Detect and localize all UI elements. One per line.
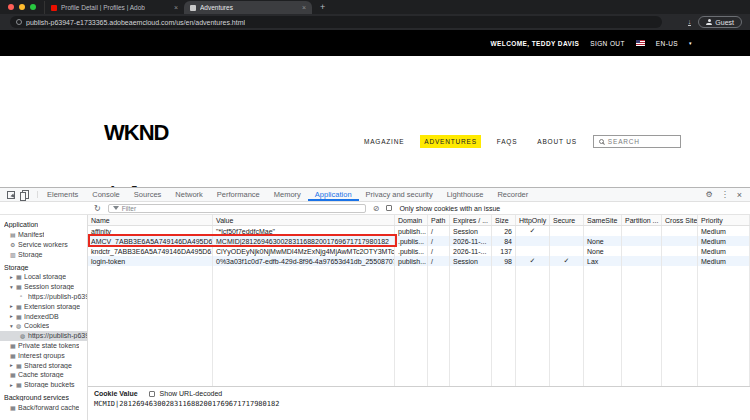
issue-filter-checkbox[interactable] xyxy=(386,205,392,211)
tab-close-icon[interactable]: × xyxy=(174,4,178,11)
nav-magazine[interactable]: MAGAZINE xyxy=(360,135,408,148)
cookie-filter-input[interactable]: Filter xyxy=(108,204,366,213)
cookie-value-cell[interactable]: CiYyODEyNjk0NjMwMDI4MzExNjg4MjAwMTc2OTY3… xyxy=(213,246,395,256)
column-name[interactable]: Name xyxy=(88,215,213,225)
window-close-button[interactable] xyxy=(8,4,14,10)
browser-tab-adventures[interactable]: Adventures × xyxy=(184,1,312,14)
cookie-size-cell: 137 xyxy=(492,246,516,256)
column-samesite[interactable]: SameSite xyxy=(584,215,622,225)
filter-icon xyxy=(113,206,119,210)
cookie-partition-cell xyxy=(622,256,662,266)
cookie-size-cell: 26 xyxy=(492,226,516,236)
cookies-toolbar: ↻ Filter ⊘ Only show cookies with an iss… xyxy=(0,202,750,215)
search-input[interactable]: SEARCH xyxy=(593,135,681,148)
url-decoded-label: Show URL-decoded xyxy=(160,390,223,397)
refresh-icon[interactable]: ↻ xyxy=(94,204,101,213)
cookie-name-cell[interactable]: login-token xyxy=(88,256,213,266)
url-decoded-checkbox[interactable] xyxy=(149,391,155,397)
origin-icon: ▫ xyxy=(20,293,28,299)
sidebar-section-application[interactable]: Application xyxy=(0,220,87,230)
clear-all-cookies-icon[interactable]: ⊘ xyxy=(373,204,380,213)
sidebar-section-storage[interactable]: Storage xyxy=(0,262,87,272)
cookie-samesite-cell: None xyxy=(584,236,622,246)
cookie-crosssite-cell xyxy=(662,226,698,236)
new-tab-button[interactable]: + xyxy=(320,2,325,12)
more-options-icon[interactable]: ⋮ xyxy=(721,190,729,199)
profile-button[interactable]: Guest xyxy=(698,16,742,28)
sidebar-item-session-storage[interactable]: ▾▦Session storage xyxy=(0,282,87,292)
sidebar-item-indexeddb[interactable]: ▸▦IndexedDB xyxy=(0,311,87,321)
browser-tab-profile-detail[interactable]: Profile Detail | Profiles | Adob × xyxy=(44,1,184,14)
cookies-table: Name Value Domain Path Expires / ... Siz… xyxy=(88,215,750,420)
cookie-secure-cell xyxy=(550,226,584,236)
sign-out-link[interactable]: SIGN OUT xyxy=(590,40,625,47)
cookie-size-cell: 84 xyxy=(492,236,516,246)
devtools-tab-memory[interactable]: Memory xyxy=(267,188,308,201)
locale-selector[interactable]: EN-US xyxy=(656,40,678,47)
sidebar-item-shared-storage[interactable]: ▸▦Shared storage xyxy=(0,360,87,370)
column-size[interactable]: Size xyxy=(492,215,516,225)
site-info-icon[interactable] xyxy=(16,19,22,25)
sidebar-item-cookies[interactable]: ▾◍Cookies xyxy=(0,321,87,331)
cookie-crosssite-cell xyxy=(662,236,698,246)
cookie-partition-cell xyxy=(622,226,662,236)
nav-faqs[interactable]: FAQS xyxy=(493,135,522,148)
devtools-tab-lighthouse[interactable]: Lighthouse xyxy=(440,188,491,201)
url-input[interactable]: publish-p63947-e1733365.adobeaemcloud.co… xyxy=(10,16,662,28)
inspect-element-icon[interactable] xyxy=(7,191,15,199)
cookie-secure-cell xyxy=(550,236,584,246)
caret-down-icon[interactable]: ▾ xyxy=(689,40,692,46)
sidebar-item-back-forward-cache[interactable]: ▦Back/forward cache xyxy=(0,402,87,412)
nav-about-us[interactable]: ABOUT US xyxy=(533,135,581,148)
column-domain[interactable]: Domain xyxy=(395,215,428,225)
sidebar-item-storage[interactable]: ▥Storage xyxy=(0,249,87,259)
devtools-tab-network[interactable]: Network xyxy=(168,188,210,201)
device-toolbar-icon[interactable] xyxy=(22,190,29,199)
devtools-tab-recorder[interactable]: Recorder xyxy=(490,188,535,201)
cookie-path-cell: / xyxy=(428,246,450,256)
column-value[interactable]: Value xyxy=(213,215,395,225)
cookie-row-login-token[interactable]: login-token 0%3a03f1c0d7-edfb-429d-8f96-… xyxy=(88,256,750,266)
close-devtools-icon[interactable]: × xyxy=(737,190,742,200)
column-path[interactable]: Path xyxy=(428,215,450,225)
sidebar-item-local-storage[interactable]: ▸▦Local storage xyxy=(0,272,87,282)
sidebar-item-interest-groups[interactable]: ▦Interest groups xyxy=(0,350,87,360)
browser-address-bar: publish-p63947-e1733365.adobeaemcloud.co… xyxy=(0,14,750,30)
sidebar-item-cookies-origin[interactable]: ◍https://publish-p639... xyxy=(0,331,87,341)
devtools-tab-application[interactable]: Application xyxy=(308,188,359,201)
cookie-row-kndctr[interactable]: kndctr_7ABB3E6A5A749146DA495D61_Ad... Ci… xyxy=(88,246,750,256)
cookie-size-cell: 98 xyxy=(492,256,516,266)
sidebar-item-extension-storage[interactable]: ▸▦Extension storage xyxy=(0,301,87,311)
devtools-tab-elements[interactable]: Elements xyxy=(40,188,85,201)
column-expires[interactable]: Expires / ... xyxy=(450,215,492,225)
devtools-tab-privacy-and-security[interactable]: Privacy and security xyxy=(359,188,440,201)
settings-gear-icon[interactable]: ⚙ xyxy=(706,190,713,199)
download-icon[interactable]: ↓ xyxy=(688,18,692,26)
sidebar-item-service-workers[interactable]: ⚙Service workers xyxy=(0,240,87,250)
sidebar-item-storage-buckets[interactable]: ▸▦Storage buckets xyxy=(0,380,87,390)
devtools-tab-performance[interactable]: Performance xyxy=(210,188,267,201)
nav-adventures[interactable]: ADVENTURES xyxy=(420,135,480,148)
sidebar-section-background-services[interactable]: Background services xyxy=(0,393,87,403)
window-minimize-button[interactable] xyxy=(19,4,25,10)
devtools-tab-console[interactable]: Console xyxy=(85,188,127,201)
wknd-logo[interactable]: WKND xyxy=(104,120,168,146)
cookie-value-cell[interactable]: 0%3a03f1c0d7-edfb-429d-8f96-4a97653d41db… xyxy=(213,256,395,266)
column-cross-site[interactable]: Cross Site xyxy=(662,215,698,225)
sidebar-item-cache-storage[interactable]: ▦Cache storage xyxy=(0,370,87,380)
column-partition[interactable]: Partition ... xyxy=(622,215,662,225)
cookie-path-cell: / xyxy=(428,236,450,246)
devtools-tab-bar: Elements Console Sources Network Perform… xyxy=(0,188,750,202)
application-sidebar: Application ▤Manifest ⚙Service workers ▥… xyxy=(0,215,88,420)
cookie-name-cell[interactable]: kndctr_7ABB3E6A5A749146DA495D61_Ad... xyxy=(88,246,213,256)
sidebar-item-manifest[interactable]: ▤Manifest xyxy=(0,230,87,240)
column-httponly[interactable]: HttpOnly xyxy=(516,215,550,225)
tab-close-icon[interactable]: × xyxy=(302,4,306,11)
window-zoom-button[interactable] xyxy=(30,4,36,10)
sidebar-item-private-state-tokens[interactable]: ▦Private state tokens xyxy=(0,341,87,351)
column-secure[interactable]: Secure xyxy=(550,215,584,225)
devtools-tab-sources[interactable]: Sources xyxy=(127,188,169,201)
column-priority[interactable]: Priority xyxy=(698,215,750,225)
url-text: publish-p63947-e1733365.adobeaemcloud.co… xyxy=(26,19,245,26)
sidebar-item-session-storage-origin[interactable]: ▫https://publish-p639... xyxy=(0,292,87,302)
